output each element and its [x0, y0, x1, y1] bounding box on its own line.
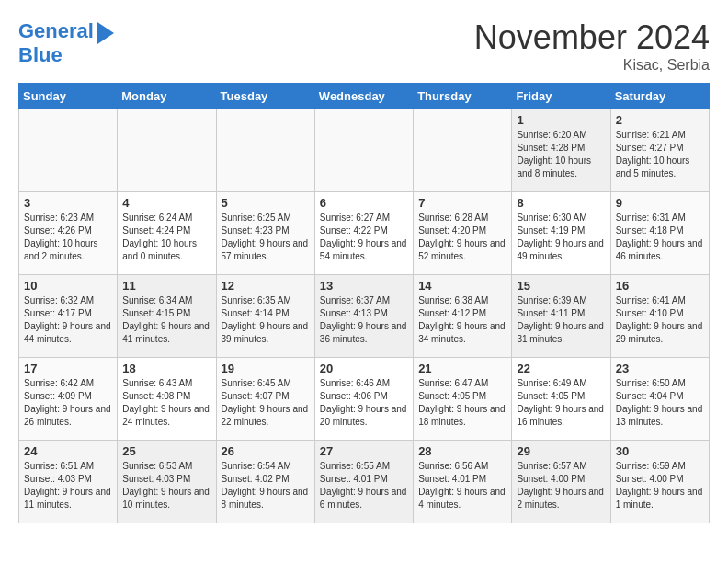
- day-number: 9: [616, 196, 704, 210]
- calendar-cell: 9Sunrise: 6:31 AM Sunset: 4:18 PM Daylig…: [610, 192, 709, 275]
- calendar-cell: 30Sunrise: 6:59 AM Sunset: 4:00 PM Dayli…: [610, 441, 709, 523]
- day-info: Sunrise: 6:51 AM Sunset: 4:03 PM Dayligh…: [24, 460, 112, 511]
- day-info: Sunrise: 6:37 AM Sunset: 4:13 PM Dayligh…: [320, 294, 408, 346]
- calendar-week-3: 10Sunrise: 6:32 AM Sunset: 4:17 PM Dayli…: [19, 275, 710, 358]
- day-number: 4: [122, 196, 210, 210]
- calendar-cell: 22Sunrise: 6:49 AM Sunset: 4:05 PM Dayli…: [512, 358, 610, 441]
- day-number: 22: [517, 362, 605, 375]
- header: General Blue November 2024 Kisac, Serbia: [18, 18, 710, 74]
- calendar-cell: 3Sunrise: 6:23 AM Sunset: 4:26 PM Daylig…: [19, 192, 118, 275]
- calendar-week-1: 1Sunrise: 6:20 AM Sunset: 4:28 PM Daylig…: [19, 109, 710, 192]
- calendar-cell: 17Sunrise: 6:42 AM Sunset: 4:09 PM Dayli…: [19, 358, 118, 441]
- calendar-cell: 28Sunrise: 6:56 AM Sunset: 4:01 PM Dayli…: [414, 441, 512, 523]
- day-number: 24: [24, 444, 112, 458]
- calendar-table: SundayMondayTuesdayWednesdayThursdayFrid…: [18, 83, 710, 523]
- calendar-cell: 25Sunrise: 6:53 AM Sunset: 4:03 PM Dayli…: [118, 441, 216, 523]
- day-info: Sunrise: 6:42 AM Sunset: 4:09 PM Dayligh…: [24, 377, 112, 429]
- calendar-week-5: 24Sunrise: 6:51 AM Sunset: 4:03 PM Dayli…: [19, 441, 710, 523]
- day-info: Sunrise: 6:39 AM Sunset: 4:11 PM Dayligh…: [517, 294, 605, 346]
- page-container: General Blue November 2024 Kisac, Serbia…: [0, 0, 728, 533]
- day-info: Sunrise: 6:27 AM Sunset: 4:22 PM Dayligh…: [320, 212, 408, 263]
- calendar-week-2: 3Sunrise: 6:23 AM Sunset: 4:26 PM Daylig…: [19, 192, 710, 275]
- title-section: November 2024 Kisac, Serbia: [474, 18, 710, 74]
- day-info: Sunrise: 6:28 AM Sunset: 4:20 PM Dayligh…: [418, 212, 506, 263]
- calendar-cell: 11Sunrise: 6:34 AM Sunset: 4:15 PM Dayli…: [118, 275, 216, 358]
- day-number: 29: [517, 444, 605, 458]
- day-number: 3: [24, 196, 112, 210]
- day-info: Sunrise: 6:46 AM Sunset: 4:06 PM Dayligh…: [320, 377, 408, 429]
- logo-blue: Blue: [18, 44, 63, 66]
- calendar-cell: 24Sunrise: 6:51 AM Sunset: 4:03 PM Dayli…: [19, 441, 118, 523]
- day-info: Sunrise: 6:23 AM Sunset: 4:26 PM Dayligh…: [24, 212, 112, 263]
- col-header-wednesday: Wednesday: [314, 84, 413, 109]
- calendar-cell: 13Sunrise: 6:37 AM Sunset: 4:13 PM Dayli…: [314, 275, 413, 358]
- day-number: 14: [418, 279, 506, 293]
- calendar-cell: 21Sunrise: 6:47 AM Sunset: 4:05 PM Dayli…: [414, 358, 512, 441]
- day-number: 13: [320, 279, 408, 293]
- day-info: Sunrise: 6:31 AM Sunset: 4:18 PM Dayligh…: [616, 212, 704, 263]
- calendar-cell: 19Sunrise: 6:45 AM Sunset: 4:07 PM Dayli…: [216, 358, 314, 441]
- calendar-cell: 6Sunrise: 6:27 AM Sunset: 4:22 PM Daylig…: [314, 192, 413, 275]
- logo-text: General: [18, 20, 94, 42]
- day-info: Sunrise: 6:57 AM Sunset: 4:00 PM Dayligh…: [517, 460, 605, 511]
- day-info: Sunrise: 6:50 AM Sunset: 4:04 PM Dayligh…: [616, 377, 704, 429]
- day-info: Sunrise: 6:43 AM Sunset: 4:08 PM Dayligh…: [122, 377, 210, 429]
- day-number: 21: [418, 362, 506, 375]
- day-number: 7: [418, 196, 506, 210]
- day-info: Sunrise: 6:24 AM Sunset: 4:24 PM Dayligh…: [122, 212, 210, 263]
- calendar-cell: 7Sunrise: 6:28 AM Sunset: 4:20 PM Daylig…: [414, 192, 512, 275]
- day-number: 10: [24, 279, 112, 293]
- month-title: November 2024: [474, 18, 710, 57]
- day-info: Sunrise: 6:49 AM Sunset: 4:05 PM Dayligh…: [517, 377, 605, 429]
- day-info: Sunrise: 6:21 AM Sunset: 4:27 PM Dayligh…: [616, 129, 704, 180]
- day-info: Sunrise: 6:41 AM Sunset: 4:10 PM Dayligh…: [616, 294, 704, 346]
- day-number: 26: [222, 444, 310, 458]
- logo-arrow-icon: [97, 22, 114, 44]
- calendar-cell: 29Sunrise: 6:57 AM Sunset: 4:00 PM Dayli…: [512, 441, 610, 523]
- day-info: Sunrise: 6:56 AM Sunset: 4:01 PM Dayligh…: [418, 460, 506, 511]
- day-number: 8: [517, 196, 605, 210]
- day-info: Sunrise: 6:25 AM Sunset: 4:23 PM Dayligh…: [222, 212, 310, 263]
- day-number: 18: [122, 362, 210, 375]
- location: Kisac, Serbia: [474, 57, 710, 74]
- calendar-cell: [118, 109, 216, 192]
- col-header-saturday: Saturday: [610, 84, 709, 109]
- col-header-thursday: Thursday: [414, 84, 512, 109]
- calendar-cell: [216, 109, 314, 192]
- col-header-monday: Monday: [118, 84, 216, 109]
- day-number: 15: [517, 279, 605, 293]
- day-number: 23: [616, 362, 704, 375]
- calendar-cell: 23Sunrise: 6:50 AM Sunset: 4:04 PM Dayli…: [610, 358, 709, 441]
- day-info: Sunrise: 6:47 AM Sunset: 4:05 PM Dayligh…: [418, 377, 506, 429]
- day-number: 1: [517, 113, 605, 127]
- col-header-sunday: Sunday: [19, 84, 118, 109]
- calendar-header-row: SundayMondayTuesdayWednesdayThursdayFrid…: [19, 84, 710, 109]
- day-number: 11: [122, 279, 210, 293]
- day-info: Sunrise: 6:35 AM Sunset: 4:14 PM Dayligh…: [222, 294, 310, 346]
- day-number: 30: [616, 444, 704, 458]
- col-header-tuesday: Tuesday: [216, 84, 314, 109]
- calendar-cell: 20Sunrise: 6:46 AM Sunset: 4:06 PM Dayli…: [314, 358, 413, 441]
- day-number: 20: [320, 362, 408, 375]
- calendar-cell: 1Sunrise: 6:20 AM Sunset: 4:28 PM Daylig…: [512, 109, 610, 192]
- day-number: 27: [320, 444, 408, 458]
- calendar-cell: 26Sunrise: 6:54 AM Sunset: 4:02 PM Dayli…: [216, 441, 314, 523]
- day-number: 5: [222, 196, 310, 210]
- calendar-cell: 5Sunrise: 6:25 AM Sunset: 4:23 PM Daylig…: [216, 192, 314, 275]
- calendar-cell: 15Sunrise: 6:39 AM Sunset: 4:11 PM Dayli…: [512, 275, 610, 358]
- calendar-cell: [414, 109, 512, 192]
- calendar-cell: 8Sunrise: 6:30 AM Sunset: 4:19 PM Daylig…: [512, 192, 610, 275]
- day-info: Sunrise: 6:34 AM Sunset: 4:15 PM Dayligh…: [122, 294, 210, 346]
- day-info: Sunrise: 6:38 AM Sunset: 4:12 PM Dayligh…: [418, 294, 506, 346]
- calendar-cell: [314, 109, 413, 192]
- day-number: 6: [320, 196, 408, 210]
- day-number: 25: [122, 444, 210, 458]
- day-info: Sunrise: 6:59 AM Sunset: 4:00 PM Dayligh…: [616, 460, 704, 511]
- day-number: 28: [418, 444, 506, 458]
- day-number: 16: [616, 279, 704, 293]
- col-header-friday: Friday: [512, 84, 610, 109]
- calendar-cell: 27Sunrise: 6:55 AM Sunset: 4:01 PM Dayli…: [314, 441, 413, 523]
- day-info: Sunrise: 6:45 AM Sunset: 4:07 PM Dayligh…: [222, 377, 310, 429]
- calendar-cell: 2Sunrise: 6:21 AM Sunset: 4:27 PM Daylig…: [610, 109, 709, 192]
- day-info: Sunrise: 6:54 AM Sunset: 4:02 PM Dayligh…: [222, 460, 310, 511]
